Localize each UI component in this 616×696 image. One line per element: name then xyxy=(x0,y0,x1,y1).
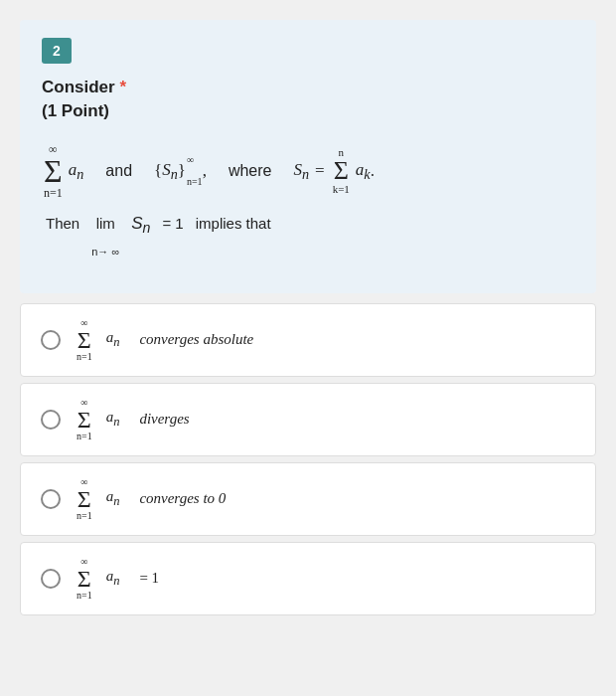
option-3-var: an xyxy=(106,488,120,509)
math-implies-line: Then lim n→ ∞ Sn = 1 implies that xyxy=(46,205,574,263)
option-2-sigma-wrap: ∞ Σ n=1 xyxy=(77,398,92,441)
options-container: ∞ Σ n=1 an converges absolute ∞ Σ n=1 xyxy=(20,303,596,615)
option-2-sigma-sub: n=1 xyxy=(77,432,92,441)
math-block: ∞ Σ n=1 an and {Sn} ∞ n=1 xyxy=(42,139,574,271)
sigma-stack-1: ∞ Σ n=1 xyxy=(44,143,63,199)
lim-block: lim n→ ∞ xyxy=(91,207,119,263)
option-2-math: ∞ Σ n=1 an diverges xyxy=(75,398,190,441)
option-1-sigma-wrap: ∞ Σ n=1 xyxy=(77,318,92,362)
option-1-label: converges absolute xyxy=(139,331,253,348)
seq-sup: ∞ xyxy=(187,149,203,171)
option-3-sigma-wrap: ∞ Σ n=1 xyxy=(77,477,92,521)
option-4-sigma-sub: n=1 xyxy=(77,591,92,601)
sum-an-expr: ∞ Σ n=1 an xyxy=(42,143,83,199)
question-asterisk: * xyxy=(119,78,126,96)
radio-4[interactable] xyxy=(41,569,61,589)
option-4-sigma-glyph: Σ xyxy=(77,567,91,591)
question-title-prefix: Consider xyxy=(42,78,115,96)
option-2[interactable]: ∞ Σ n=1 an diverges xyxy=(20,383,596,456)
seq-sub: n=1 xyxy=(187,171,203,193)
question-number: 2 xyxy=(53,43,61,59)
and-word: and xyxy=(105,153,132,188)
option-3-label: converges to 0 xyxy=(139,490,226,507)
option-3-math: ∞ Σ n=1 an converges to 0 xyxy=(75,477,226,521)
option-2-label: diverges xyxy=(139,411,189,428)
option-1-sigma-glyph: Σ xyxy=(77,328,91,352)
math-line-1: ∞ Σ n=1 an and {Sn} ∞ n=1 xyxy=(42,143,574,199)
question-block: 2 Consider * (1 Point) ∞ Σ n=1 xyxy=(20,20,596,293)
equals-1: = 1 xyxy=(162,207,183,240)
radio-1[interactable] xyxy=(41,330,61,350)
option-4-math: ∞ Σ n=1 an = 1 xyxy=(75,557,159,601)
option-4-sigma: ∞ Σ n=1 xyxy=(77,557,92,601)
option-4-var: an xyxy=(106,568,120,589)
sigma-glyph-1: Σ xyxy=(44,155,63,187)
option-1[interactable]: ∞ Σ n=1 an converges absolute xyxy=(20,303,596,377)
question-title: Consider * (1 Point) xyxy=(42,76,574,123)
option-1-sigma: ∞ Σ n=1 xyxy=(77,318,92,362)
option-3-sigma-sub: n=1 xyxy=(77,511,92,521)
option-4[interactable]: ∞ Σ n=1 an = 1 xyxy=(20,542,596,615)
question-number-badge: 2 xyxy=(42,38,72,64)
lim-subscript: n→ ∞ xyxy=(91,240,119,263)
sigma-sub-1: n=1 xyxy=(44,187,63,199)
option-2-sigma-glyph: Σ xyxy=(77,408,91,432)
page-container: 2 Consider * (1 Point) ∞ Σ n=1 xyxy=(10,10,606,696)
option-4-label: = 1 xyxy=(139,570,159,587)
option-2-sigma: ∞ Σ n=1 xyxy=(77,398,92,441)
radio-2[interactable] xyxy=(41,410,61,430)
sn-sigma-sub: k=1 xyxy=(333,184,350,195)
sn-def-expr: Sn = n Σ k=1 ak . xyxy=(293,147,374,195)
sn-var: Sn xyxy=(131,205,150,245)
option-3-sigma: ∞ Σ n=1 xyxy=(77,477,92,521)
then-word: Then xyxy=(46,207,79,240)
option-2-var: an xyxy=(106,409,120,430)
option-1-math: ∞ Σ n=1 an converges absolute xyxy=(75,318,253,362)
an-var: an xyxy=(69,151,84,191)
implies-that-text: implies that xyxy=(196,207,271,240)
sigma-stack-2: n Σ k=1 xyxy=(333,147,350,195)
lim-text: lim xyxy=(96,207,115,240)
big-sigma-2: n Σ k=1 xyxy=(333,147,350,195)
option-3[interactable]: ∞ Σ n=1 an converges to 0 xyxy=(20,462,596,536)
option-1-var: an xyxy=(106,329,120,350)
option-4-sigma-wrap: ∞ Σ n=1 xyxy=(77,557,92,601)
question-points: (1 Point) xyxy=(42,101,109,120)
big-sigma-1: ∞ Σ n=1 xyxy=(44,143,63,199)
sn-sigma-glyph: Σ xyxy=(334,158,349,184)
option-3-sigma-glyph: Σ xyxy=(77,487,91,511)
where-word: where xyxy=(229,153,272,188)
sn-sequence-expr: {Sn} ∞ n=1 , xyxy=(154,149,207,193)
radio-3[interactable] xyxy=(41,489,61,509)
option-1-sigma-sub: n=1 xyxy=(77,352,92,362)
